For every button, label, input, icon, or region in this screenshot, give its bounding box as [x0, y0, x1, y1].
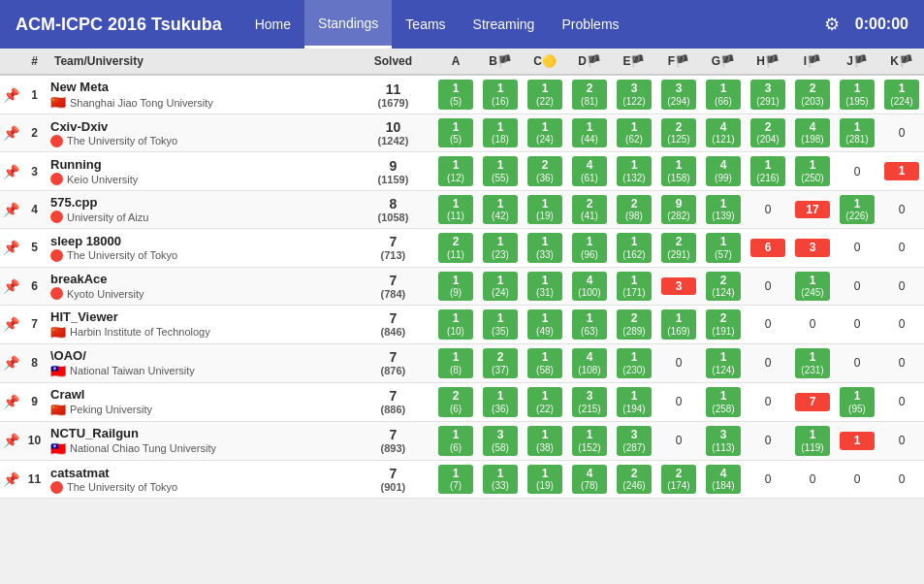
problem-cell: 3(122) [612, 75, 656, 114]
solved: 11(1679) [353, 75, 433, 114]
nav-teams[interactable]: Teams [392, 0, 459, 49]
col-c: C🟡 [523, 49, 567, 75]
problem-cell: 1(158) [656, 152, 701, 190]
problem-cell: 0 [656, 421, 701, 460]
col-b: B🏴 [478, 49, 523, 75]
team-name: breakAce [50, 272, 350, 286]
problem-cell: 1(169) [656, 305, 701, 343]
problem-cell: 1(250) [790, 152, 835, 190]
problem-cell: 0 [879, 229, 924, 267]
table-row: 📌10 NCTU_Railgun 🇹🇼 National Chiao Tung … [0, 421, 924, 460]
problem-cell: 1(11) [433, 190, 478, 228]
pin-icon[interactable]: 📌 [0, 382, 22, 421]
solved: 7(713) [353, 229, 433, 267]
team-name: Cxiv-Dxiv [50, 119, 350, 134]
pin-icon[interactable]: 📌 [0, 75, 22, 114]
team-name: Crawl [50, 387, 350, 402]
col-team: Team/University [47, 49, 353, 75]
problem-cell: 1 [879, 152, 924, 190]
problem-cell: 2(203) [790, 75, 835, 114]
rank: 11 [22, 460, 47, 498]
problem-cell: 6 [746, 229, 790, 267]
problem-cell: 0 [746, 343, 790, 382]
pin-icon[interactable]: 📌 [0, 421, 22, 460]
problem-cell: 3(291) [746, 75, 790, 114]
problem-cell: 1(152) [567, 421, 612, 460]
university: 🇹🇼 National Taiwan University [50, 364, 350, 378]
problem-cell: 1(42) [478, 190, 523, 228]
problem-cell: 4(198) [790, 114, 835, 152]
problem-cell: 0 [746, 460, 790, 498]
problem-cell: 1(216) [746, 152, 790, 190]
table-row: 📌5 sleep 18000 The University of Tokyo 7… [0, 229, 924, 267]
pin-icon[interactable]: 📌 [0, 305, 22, 343]
nav-streaming[interactable]: Streaming [460, 0, 549, 49]
nav-home[interactable]: Home [241, 0, 304, 49]
team-name: sleep 18000 [50, 234, 350, 248]
problem-cell: 1(119) [790, 421, 835, 460]
problem-cell: 2(36) [523, 152, 567, 190]
problem-cell: 1(162) [612, 229, 656, 267]
problem-cell: 2(41) [567, 190, 612, 228]
team-name: 575.cpp [50, 195, 350, 210]
team-name: New Meta [50, 80, 350, 94]
solved: 8(1058) [353, 190, 433, 228]
problem-cell: 0 [879, 267, 924, 305]
problem-cell: 1(19) [523, 190, 567, 228]
team-info: Running Keio University [47, 152, 353, 190]
problem-cell: 4(121) [701, 114, 746, 152]
problem-cell: 1(231) [790, 343, 835, 382]
problem-cell: 1(63) [567, 305, 612, 343]
col-h: H🏴 [746, 49, 790, 75]
pin-icon[interactable]: 📌 [0, 343, 22, 382]
problem-cell: 0 [835, 460, 879, 498]
col-g: G🏴 [701, 49, 746, 75]
problem-cell: 17 [790, 190, 835, 228]
table-row: 📌2 Cxiv-Dxiv The University of Tokyo 10(… [0, 114, 924, 152]
problem-cell: 0 [790, 460, 835, 498]
pin-icon[interactable]: 📌 [0, 190, 22, 228]
problem-cell: 2(81) [567, 75, 612, 114]
problem-cell: 0 [879, 343, 924, 382]
problem-cell: 1(96) [567, 229, 612, 267]
problem-cell: 3(58) [478, 421, 523, 460]
settings-icon[interactable]: ⚙ [824, 14, 840, 35]
pin-icon[interactable]: 📌 [0, 460, 22, 498]
table-row: 📌1 New Meta 🇨🇳 Shanghai Jiao Tong Univer… [0, 75, 924, 114]
team-info: NCTU_Railgun 🇹🇼 National Chiao Tung Univ… [47, 421, 353, 460]
app-title: ACM-ICPC 2016 Tsukuba [16, 15, 222, 35]
problem-cell: 3(113) [701, 421, 746, 460]
problem-cell: 1(58) [523, 343, 567, 382]
team-info: \OAO/ 🇹🇼 National Taiwan University [47, 343, 353, 382]
pin-icon[interactable]: 📌 [0, 229, 22, 267]
problem-cell: 1(245) [790, 267, 835, 305]
pin-icon[interactable]: 📌 [0, 152, 22, 190]
col-rank: # [22, 49, 47, 75]
problem-cell: 4(100) [567, 267, 612, 305]
university: The University of Tokyo [50, 135, 350, 147]
team-name: \OAO/ [50, 348, 350, 363]
problem-cell: 3(287) [612, 421, 656, 460]
app-header: ACM-ICPC 2016 Tsukuba Home Standings Tea… [0, 0, 924, 49]
problem-cell: 1(36) [478, 382, 523, 421]
nav-problems[interactable]: Problems [548, 0, 632, 49]
table-row: 📌4 575.cpp University of Aizu 8(1058)1(1… [0, 190, 924, 228]
problem-cell: 1(5) [433, 114, 478, 152]
col-e: E🏴 [612, 49, 656, 75]
rank: 7 [22, 305, 47, 343]
university: 🇨🇳 Harbin Institute of Technology [50, 325, 350, 340]
pin-icon[interactable]: 📌 [0, 267, 22, 305]
problem-cell: 2(246) [612, 460, 656, 498]
table-row: 📌9 Crawl 🇨🇳 Peking University 7(886)2(6)… [0, 382, 924, 421]
col-k: K🏴 [879, 49, 924, 75]
pin-icon[interactable]: 📌 [0, 114, 22, 152]
problem-cell: 0 [746, 382, 790, 421]
problem-cell: 2(37) [478, 343, 523, 382]
problem-cell: 3 [790, 229, 835, 267]
problem-cell: 2(291) [656, 229, 701, 267]
rank: 8 [22, 343, 47, 382]
problem-cell: 0 [656, 343, 701, 382]
team-name: NCTU_Railgun [50, 426, 350, 440]
problem-cell: 0 [835, 343, 879, 382]
nav-standings[interactable]: Standings [304, 0, 392, 49]
